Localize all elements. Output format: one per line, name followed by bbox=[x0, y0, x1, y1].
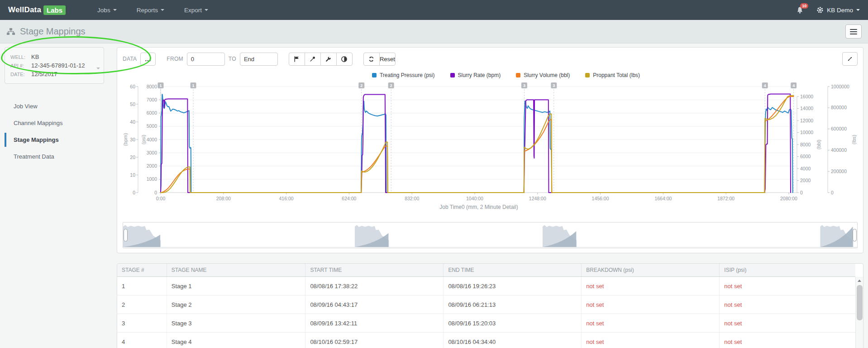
well-label: WELL: bbox=[10, 54, 28, 60]
navbar-item-jobs[interactable]: Jobs bbox=[97, 7, 117, 14]
navigator-handle-right[interactable] bbox=[853, 229, 857, 242]
cell-stage-name: Stage 1 bbox=[167, 277, 305, 295]
stage-table-panel: STAGE #STAGE NAMESTART TIMEEND TIMEBREAK… bbox=[117, 263, 863, 348]
svg-text:20: 20 bbox=[130, 155, 135, 160]
sidebar-item-channel-mappings[interactable]: Channel Mappings bbox=[5, 116, 112, 130]
picker-button[interactable] bbox=[305, 53, 321, 66]
svg-text:2000: 2000 bbox=[147, 163, 157, 169]
to-input[interactable] bbox=[240, 53, 278, 66]
refresh-button[interactable] bbox=[363, 53, 380, 66]
svg-text:1456:00: 1456:00 bbox=[592, 196, 609, 201]
legend-swatch bbox=[450, 73, 455, 77]
cell-isip: not set bbox=[720, 314, 855, 333]
stage-marker-flag: 1 bbox=[191, 82, 196, 88]
svg-text:2080:00: 2080:00 bbox=[780, 196, 797, 201]
svg-text:0: 0 bbox=[831, 190, 834, 195]
cell-start-time: 08/09/16 04:43:17 bbox=[305, 295, 444, 314]
svg-text:40: 40 bbox=[130, 119, 135, 125]
table-row[interactable]: 2Stage 208/09/16 04:43:1708/09/16 06:21:… bbox=[117, 295, 855, 314]
svg-text:400000: 400000 bbox=[831, 147, 847, 153]
user-menu-label: KB Demo bbox=[827, 7, 853, 14]
navbar-item-label: Reports bbox=[137, 7, 158, 14]
svg-text:2000: 2000 bbox=[800, 178, 811, 183]
reset-button[interactable]: Reset bbox=[379, 53, 396, 66]
chart-navigator[interactable] bbox=[123, 222, 858, 248]
well-info-card: WELL: KB API #: 12-345-67891-01-12 DATE:… bbox=[5, 47, 104, 84]
stage-table: STAGE #STAGE NAMESTART TIMEEND TIMEBREAK… bbox=[117, 264, 855, 348]
navigator-handle-left[interactable] bbox=[124, 229, 128, 242]
legend-item[interactable]: Slurry Rate (bpm) bbox=[450, 72, 501, 78]
svg-text:3: 3 bbox=[523, 83, 525, 88]
treatment-chart[interactable]: 0102030405060(bpm)0100020003000400050006… bbox=[123, 79, 858, 218]
legend-item[interactable]: Proppant Total (lbs) bbox=[585, 72, 640, 78]
svg-text:0: 0 bbox=[800, 190, 803, 195]
cell-start-time: 08/08/16 17:38:22 bbox=[305, 277, 444, 295]
legend-swatch bbox=[585, 73, 590, 77]
scrollbar-thumb[interactable] bbox=[857, 285, 863, 320]
navbar-item-reports[interactable]: Reports bbox=[137, 7, 164, 14]
svg-text:50: 50 bbox=[130, 102, 135, 107]
svg-text:0: 0 bbox=[154, 190, 157, 195]
table-row[interactable]: 3Stage 308/09/16 13:42:1108/09/16 15:20:… bbox=[117, 314, 855, 333]
page-header: Stage Mappings bbox=[0, 20, 868, 44]
column-header: END TIME bbox=[444, 264, 582, 277]
cell-end-time: 08/09/16 15:20:03 bbox=[444, 314, 582, 333]
navbar-item-export[interactable]: Export bbox=[184, 7, 208, 14]
sitemap-icon bbox=[6, 28, 15, 36]
column-header: STAGE NAME bbox=[167, 264, 305, 277]
svg-text:7000: 7000 bbox=[147, 97, 157, 102]
table-scrollbar[interactable] bbox=[855, 277, 863, 348]
expand-chart-button[interactable] bbox=[842, 52, 858, 66]
cell-isip: not set bbox=[720, 295, 855, 314]
cell-isip: not set bbox=[720, 277, 855, 295]
column-header: START TIME bbox=[305, 264, 444, 277]
svg-text:30: 30 bbox=[130, 137, 135, 142]
menu-toggle-button[interactable] bbox=[845, 24, 862, 39]
svg-text:12000: 12000 bbox=[800, 118, 813, 123]
cell-end-time: 08/08/16 19:26:23 bbox=[444, 277, 582, 295]
series-lbs bbox=[161, 96, 794, 193]
cell-end-time: 08/09/16 06:21:13 bbox=[444, 295, 582, 314]
scroll-up-button[interactable] bbox=[856, 277, 863, 284]
svg-text:4000: 4000 bbox=[147, 137, 157, 142]
svg-text:4: 4 bbox=[764, 83, 766, 88]
data-menu-button[interactable]: ... bbox=[140, 53, 156, 66]
legend-label: Slurry Volume (bbl) bbox=[524, 72, 570, 78]
contrast-button[interactable] bbox=[336, 53, 353, 66]
page-title: Stage Mappings bbox=[6, 26, 86, 37]
left-sidebar: WELL: KB API #: 12-345-67891-01-12 DATE:… bbox=[5, 47, 112, 348]
notification-badge: 10 bbox=[800, 3, 808, 9]
settings-button[interactable] bbox=[320, 53, 337, 66]
from-label: FROM bbox=[167, 56, 183, 62]
sidebar-item-stage-mappings[interactable]: Stage Mappings bbox=[5, 133, 112, 147]
notifications-button[interactable]: 10 bbox=[796, 6, 804, 14]
api-dropdown-caret[interactable] bbox=[96, 68, 100, 69]
cell-stage-name: Stage 4 bbox=[167, 333, 305, 348]
sidebar-item-treatment-data[interactable]: Treatment Data bbox=[5, 150, 112, 164]
table-row[interactable]: 1Stage 108/08/16 17:38:2208/08/16 19:26:… bbox=[117, 277, 855, 295]
svg-text:600000: 600000 bbox=[831, 126, 847, 131]
stage-marker-flag: 2 bbox=[358, 82, 364, 88]
svg-text:5000: 5000 bbox=[147, 123, 157, 129]
column-header: STAGE # bbox=[117, 264, 167, 277]
brand-logo[interactable]: WellData Labs bbox=[8, 5, 66, 15]
legend-label: Proppant Total (lbs) bbox=[593, 72, 640, 78]
table-row[interactable]: 4Stage 408/10/16 02:59:1708/10/16 04:34:… bbox=[117, 333, 855, 348]
legend-label: Slurry Rate (bpm) bbox=[458, 72, 501, 78]
legend-item[interactable]: Slurry Volume (bbl) bbox=[516, 72, 570, 78]
column-header: BREAKDOWN (psi) bbox=[582, 264, 720, 277]
flag-stages-button[interactable] bbox=[289, 53, 305, 66]
sidebar-item-job-view[interactable]: Job View bbox=[5, 99, 112, 113]
legend-item[interactable]: Treating Pressure (psi) bbox=[372, 72, 435, 78]
user-menu-button[interactable]: KB Demo bbox=[816, 6, 860, 14]
brand-text: WellData bbox=[8, 5, 41, 14]
svg-text:832:00: 832:00 bbox=[405, 196, 419, 201]
stage-marker-flag: 3 bbox=[551, 82, 557, 88]
wrench-icon bbox=[325, 56, 332, 63]
chart-toolbar: DATA ... FROM TO bbox=[123, 52, 858, 66]
cell-start-time: 08/09/16 13:42:11 bbox=[305, 314, 444, 333]
svg-text:(lbs): (lbs) bbox=[851, 135, 857, 144]
cell-stage-num: 2 bbox=[117, 295, 167, 314]
data-label: DATA bbox=[123, 56, 137, 62]
from-input[interactable] bbox=[187, 53, 225, 66]
